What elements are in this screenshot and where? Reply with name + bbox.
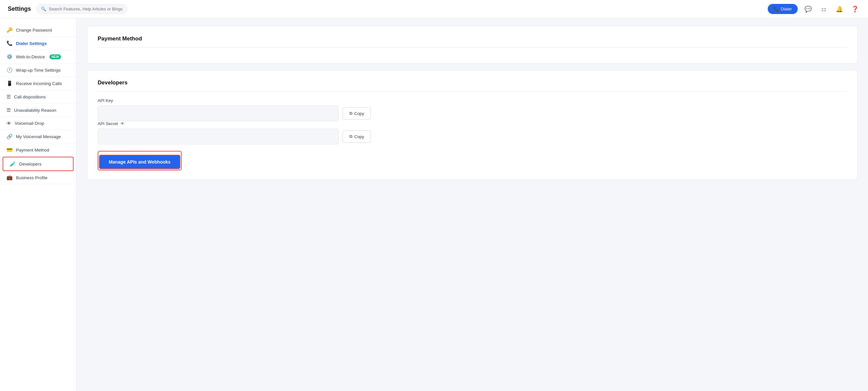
api-secret-group: API Secret 👁 ⧉ Copy (98, 121, 847, 144)
clock-icon: 🕐 (6, 67, 13, 73)
sidebar-item-my-voicemail[interactable]: 🔗 My Voicemail Message (0, 130, 76, 143)
new-badge: NEW (50, 54, 61, 59)
sidebar-item-voicemail-drop[interactable]: 👁 Voicemail Drop (0, 117, 76, 130)
layout: 🔑 Change Password 📞 Dialer Settings ⚙️ W… (0, 18, 868, 391)
sidebar-label: Call dispositions (14, 94, 46, 100)
header-right: 📞 Dialer 💬 ⚏ 🔔 ❓ (768, 4, 860, 14)
key-icon: 🔑 (6, 27, 13, 33)
phone-icon: 📞 (6, 40, 13, 46)
sidebar-label: Voicemail Drop (14, 121, 44, 126)
api-secret-row: ⧉ Copy (98, 129, 847, 144)
sidebar-item-receive-incoming[interactable]: 📱 Receive Incoming Calls (0, 77, 76, 90)
sidebar-label: Web-to-Device (16, 54, 45, 59)
credit-card-icon: 💳 (6, 147, 13, 153)
sidebar-item-change-password[interactable]: 🔑 Change Password (0, 24, 76, 37)
sidebar-label: Payment Method (16, 148, 49, 152)
sidebar-label: Developers (19, 162, 41, 167)
voicemail-icon: 👁 (6, 120, 11, 126)
sidebar-item-call-dispositions[interactable]: ☰ Call dispositions (0, 90, 76, 104)
developers-title: Developers (98, 80, 847, 91)
gear-icon: ⚙️ (6, 54, 13, 60)
list-icon: ☰ (6, 94, 11, 100)
sidebar-item-wrap-up[interactable]: 🕐 Wrap-up Time Settings (0, 63, 76, 77)
header-left: Settings 🔍 (8, 4, 127, 14)
copy-api-key-label: Copy (354, 111, 364, 116)
sidebar-item-developers[interactable]: 🧪 Developers (3, 157, 73, 171)
api-secret-label: API Secret 👁 (98, 121, 847, 126)
sidebar-label: Wrap-up Time Settings (16, 68, 61, 73)
sidebar-item-payment-method[interactable]: 💳 Payment Method (0, 143, 76, 157)
api-key-group: API Key ⧉ Copy (98, 98, 847, 121)
app-title: Settings (8, 5, 31, 12)
sidebar-label: Change Password (16, 28, 52, 33)
sidebar-item-unavailability[interactable]: ☰ Unavailability Reason (0, 104, 76, 117)
header: Settings 🔍 📞 Dialer 💬 ⚏ 🔔 ❓ (0, 0, 868, 18)
sidebar-item-dialer-settings[interactable]: 📞 Dialer Settings (0, 37, 76, 50)
api-key-label: API Key (98, 98, 847, 103)
briefcase-icon: 💼 (6, 175, 13, 180)
sidebar-label: Dialer Settings (16, 41, 47, 46)
mobile-icon: 📱 (6, 81, 13, 86)
copy-api-secret-button[interactable]: ⧉ Copy (342, 130, 371, 143)
manage-apis-button[interactable]: Manage APIs and Webhooks (99, 155, 180, 169)
sidebar-item-business-profile[interactable]: 💼 Business Profile (0, 171, 76, 185)
copy-icon-2: ⧉ (349, 134, 352, 139)
developers-card: Developers API Key ⧉ Copy API Secret 👁 (87, 70, 858, 180)
list-icon: ☰ (6, 107, 11, 113)
chat-icon[interactable]: 💬 (803, 4, 813, 14)
main-content: Payment Method Developers API Key ⧉ Copy (76, 18, 868, 391)
sidebar-label: Business Profile (16, 175, 48, 180)
search-input[interactable] (49, 6, 122, 11)
sidebar-item-web-to-device[interactable]: ⚙️ Web-to-Device NEW (0, 50, 76, 63)
flask-icon: 🧪 (10, 161, 16, 167)
api-key-input[interactable] (98, 106, 339, 121)
sidebar-label: Receive Incoming Calls (16, 81, 62, 86)
copy-api-key-button[interactable]: ⧉ Copy (342, 107, 371, 119)
sidebar-label: Unavailability Reason (14, 108, 56, 113)
grid-icon[interactable]: ⚏ (818, 4, 829, 14)
api-key-row: ⧉ Copy (98, 106, 847, 121)
eye-icon[interactable]: 👁 (121, 121, 125, 126)
payment-method-title: Payment Method (98, 35, 847, 48)
dialer-label: Dialer (781, 6, 792, 11)
manage-btn-wrapper: Manage APIs and Webhooks (98, 151, 182, 170)
bell-icon[interactable]: 🔔 (834, 4, 844, 14)
sidebar-label: My Voicemail Message (16, 134, 61, 139)
copy-api-secret-label: Copy (354, 134, 364, 139)
voicemail-message-icon: 🔗 (6, 134, 13, 139)
phone-icon: 📞 (774, 6, 779, 11)
search-icon: 🔍 (41, 6, 46, 11)
dialer-button[interactable]: 📞 Dialer (768, 4, 798, 14)
sidebar: 🔑 Change Password 📞 Dialer Settings ⚙️ W… (0, 18, 76, 391)
api-secret-input[interactable] (98, 129, 339, 144)
payment-method-card: Payment Method (87, 26, 858, 63)
search-box[interactable]: 🔍 (36, 4, 127, 14)
copy-icon: ⧉ (349, 111, 352, 116)
help-icon[interactable]: ❓ (850, 4, 860, 14)
